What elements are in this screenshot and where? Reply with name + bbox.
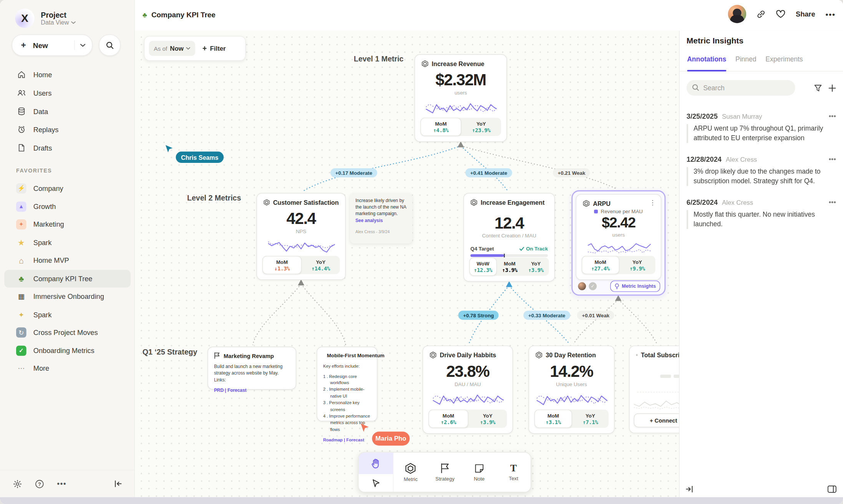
- settings-gear-icon[interactable]: [13, 479, 22, 488]
- strategy-links[interactable]: PRD | Forecast: [214, 388, 290, 393]
- kpi-tree-canvas[interactable]: As of Now + Filter Level 1 Metric Level …: [135, 31, 679, 497]
- favorite-item-marketing[interactable]: ✦ Marketing: [4, 216, 131, 234]
- metric-card-arpu-selected[interactable]: ARPU ⋮ Revenue per MAU $2.42 users MoM ↑…: [571, 190, 665, 295]
- metric-value: 14.2%: [529, 362, 614, 381]
- tool-metric[interactable]: Metric: [393, 453, 428, 492]
- help-icon[interactable]: ?: [35, 479, 44, 488]
- metric-unit: DAU / MAU: [423, 381, 512, 387]
- sidebar-item-users[interactable]: Users: [0, 84, 134, 102]
- favorite-item-home-mvp[interactable]: ⌂ Home MVP: [4, 252, 131, 270]
- copy-link-icon[interactable]: [757, 9, 766, 18]
- flag-icon: [214, 352, 220, 359]
- favorite-item-cross-project-moves[interactable]: ↻ Cross Project Moves: [4, 323, 131, 342]
- tool-strategy[interactable]: Strategy: [428, 453, 462, 492]
- sidebar-item-data[interactable]: Data: [0, 102, 134, 121]
- annotation-note-card[interactable]: Increase likely driven by the launch of …: [350, 193, 412, 244]
- horizontal-scrollbar[interactable]: [0, 497, 843, 504]
- metric-card-increase-revenue[interactable]: Increase Revenue $2.32M users MoM ↑4.8% …: [415, 54, 507, 142]
- metric-card-arpu[interactable]: ARPU ⋮ Revenue per MAU $2.42 users MoM ↑…: [576, 194, 661, 280]
- project-view-switcher[interactable]: Data View: [41, 19, 76, 26]
- on-track-status: On Track: [519, 245, 548, 251]
- metric-card-customer-satisfaction[interactable]: Customer Satisfaction 42.4 NPS MoM ↓1.3%…: [256, 193, 345, 280]
- share-button[interactable]: Share: [796, 10, 815, 18]
- favorites-heading: FAVORITES: [16, 168, 52, 174]
- annotations-search-input[interactable]: [687, 80, 795, 96]
- filter-funnel-icon[interactable]: [814, 84, 822, 92]
- user-avatar[interactable]: [728, 5, 747, 23]
- rocket-icon: ▲: [16, 201, 27, 212]
- stat-yoy[interactable]: YoY ↑9.9%: [619, 256, 655, 274]
- connect-data-button[interactable]: + Connect: [634, 413, 679, 427]
- edge-label: +0.41 Moderate: [465, 168, 512, 177]
- tab-experiments[interactable]: Experiments: [765, 55, 803, 71]
- annotation-menu-icon[interactable]: •••: [829, 113, 836, 120]
- tool-note[interactable]: Note: [462, 453, 496, 492]
- sidebar-item-replays[interactable]: Replays: [0, 120, 134, 139]
- stat-mom[interactable]: MoM ↑27.4%: [582, 256, 619, 274]
- stat-mom[interactable]: MoM ↑4.8%: [420, 118, 461, 136]
- tool-text[interactable]: T Text: [496, 453, 531, 492]
- annotation-item[interactable]: 12/28/2024 Alex Cress ••• 3% drop likely…: [687, 155, 836, 186]
- metric-card-increase-engagement[interactable]: Increase Engagement 12.4 Content Creatio…: [463, 193, 555, 282]
- favorite-item-spark-2[interactable]: ✦ Spark: [4, 305, 131, 323]
- stat-yoy[interactable]: YoY ↑3.9%: [468, 410, 507, 428]
- topbar-menu-icon[interactable]: •••: [825, 9, 835, 18]
- strategy-links[interactable]: Roadmap | Forecast: [323, 438, 371, 443]
- select-cursor-tool[interactable]: [358, 474, 393, 492]
- favorite-heart-icon[interactable]: [776, 10, 785, 18]
- stat-wow[interactable]: WoW ↑12.3%: [470, 257, 497, 276]
- stat-yoy[interactable]: YoY ↑23.9%: [461, 118, 501, 136]
- add-filter-button[interactable]: + Filter: [202, 44, 226, 53]
- stat-mom[interactable]: MoM ↑3.9%: [496, 257, 523, 276]
- sparkline: [262, 237, 340, 255]
- strategy-card-marketing-revamp[interactable]: Marketing Revamp Build and launch a new …: [207, 347, 296, 390]
- add-annotation-icon[interactable]: [828, 84, 836, 92]
- favorite-item-onboarding-metrics[interactable]: ✓ Onboarding Metrics: [4, 342, 131, 360]
- metric-card-total-subscriptions[interactable]: Total Subscript + Connect: [629, 346, 679, 433]
- more-options-icon[interactable]: •••: [57, 479, 66, 488]
- favorite-item-spark[interactable]: ★ Spark: [4, 234, 131, 252]
- strategy-card-mobile-first[interactable]: Mobile-First Momentum Key efforts includ…: [317, 347, 377, 421]
- stat-mom[interactable]: MoM ↑2.6%: [428, 410, 468, 428]
- stat-yoy[interactable]: YoY ↑14.4%: [302, 256, 340, 274]
- tab-pinned[interactable]: Pinned: [735, 55, 756, 71]
- search-icon: [106, 41, 114, 49]
- annotation-menu-icon[interactable]: •••: [829, 199, 836, 206]
- annotation-item[interactable]: 3/25/2025 Susan Murray ••• ARPU went up …: [687, 112, 836, 143]
- favorite-item-company-kpi-tree[interactable]: ♣ Company KPI Tree: [4, 270, 131, 288]
- favorite-item-company[interactable]: ⚡ Company: [4, 179, 131, 197]
- tab-annotations[interactable]: Annotations: [687, 55, 726, 71]
- workspace-logo[interactable]: Χ: [15, 8, 34, 28]
- train-icon: ▦: [16, 292, 27, 302]
- metric-insights-button[interactable]: Metric Insights: [611, 280, 660, 292]
- stat-mom[interactable]: MoM ↓1.3%: [262, 256, 302, 274]
- favorite-item-growth[interactable]: ▲ Growth: [4, 197, 131, 216]
- metric-card-drive-daily-habits[interactable]: Drive Daily Habbits 23.8% DAU / MAU MoM …: [423, 346, 513, 434]
- stat-mom[interactable]: MoM ↑3.1%: [534, 410, 572, 428]
- panel-title: Metric Insights: [687, 36, 743, 45]
- sidebar-item-drafts[interactable]: Drafts: [0, 139, 134, 157]
- layout-panel-icon[interactable]: [827, 486, 836, 493]
- metric-insights-panel: Metric Insights Annotations Pinned Exper…: [679, 31, 843, 497]
- collapse-panel-icon[interactable]: [685, 486, 693, 493]
- search-button[interactable]: [99, 35, 120, 56]
- chevron-down-icon: [186, 47, 191, 50]
- metric-card-30-day-retention[interactable]: 30 Day Retention 14.2% Unique Users MoM …: [528, 346, 614, 434]
- stat-yoy[interactable]: YoY ↑7.1%: [572, 410, 609, 428]
- pan-hand-tool[interactable]: [358, 453, 393, 474]
- new-button[interactable]: + New: [12, 35, 93, 56]
- annotation-item[interactable]: 6/25/2024 Alex Cress ••• Mostly flat thi…: [687, 198, 836, 229]
- target-progress: Q4 Target On Track: [470, 245, 548, 257]
- as-of-selector[interactable]: As of Now: [149, 41, 196, 56]
- favorite-item-immersive-onboarding[interactable]: ▦ Immersive Onboarding: [4, 288, 131, 306]
- annotation-menu-icon[interactable]: •••: [829, 156, 836, 163]
- plus-icon: +: [202, 44, 207, 53]
- sidebar-item-home[interactable]: Home: [0, 66, 134, 84]
- hand-icon: [371, 458, 380, 469]
- collapse-sidebar-icon[interactable]: [115, 480, 123, 488]
- sidebar-more-button[interactable]: ⋯ More: [4, 360, 131, 378]
- see-analysis-link[interactable]: See analysis: [355, 217, 407, 223]
- chevron-down-icon[interactable]: [80, 43, 85, 47]
- card-menu-icon[interactable]: ⋮: [649, 199, 656, 207]
- stat-yoy[interactable]: YoY ↑3.9%: [523, 257, 549, 276]
